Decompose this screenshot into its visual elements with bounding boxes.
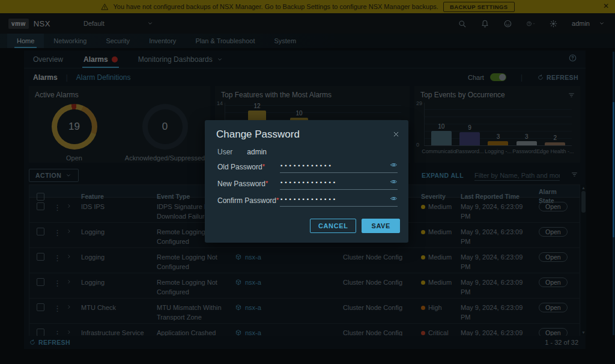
confirm-password-label: Confirm Password* xyxy=(217,196,280,205)
change-password-modal: Change Password User admin Old Password*… xyxy=(205,120,408,243)
show-password-eye-icon[interactable] xyxy=(390,194,398,205)
old-password-label: Old Password* xyxy=(217,163,280,171)
cancel-button[interactable]: CANCEL xyxy=(310,219,356,233)
confirm-password-field[interactable] xyxy=(280,196,390,202)
user-label: User xyxy=(217,148,232,156)
show-password-eye-icon[interactable] xyxy=(390,160,398,171)
user-value: admin xyxy=(247,148,267,156)
confirm-password-row: Confirm Password* xyxy=(205,194,408,207)
save-button[interactable]: SAVE xyxy=(362,219,400,233)
old-password-row: Old Password* xyxy=(205,160,408,173)
new-password-label: New Password* xyxy=(217,180,280,188)
old-password-field[interactable] xyxy=(280,163,390,169)
new-password-row: New Password* xyxy=(205,177,408,190)
new-password-field[interactable] xyxy=(280,180,390,186)
show-password-eye-icon[interactable] xyxy=(390,177,398,188)
nsx-manager-screen: You have not configured backups of NSX M… xyxy=(0,0,615,364)
modal-close-icon[interactable] xyxy=(392,130,400,141)
modal-title: Change Password xyxy=(205,120,408,141)
